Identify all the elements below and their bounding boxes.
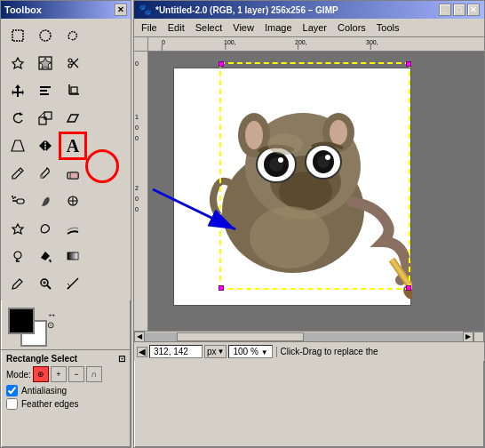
mode-replace-button[interactable]: ⊕ [33,366,49,382]
status-message: Click-Drag to replace the [281,347,481,356]
tool-perspective[interactable] [4,132,31,159]
antialiasing-label: Antialiasing [21,386,67,396]
unit-selector[interactable]: px ▼ [204,345,227,358]
svg-point-71 [267,133,303,155]
tool-smudge[interactable] [60,215,86,242]
selection-handle-tr[interactable] [406,61,411,67]
svg-marker-24 [46,140,52,151]
close-button[interactable]: ✕ [467,4,480,16]
gimp-main-window: 🐾 *Untitled-2.0 (RGB, 1 layer) 256x256 –… [133,0,485,448]
unit-dropdown-arrow[interactable]: ▼ [218,348,225,356]
svg-rect-11 [40,86,51,88]
tool-align[interactable] [32,77,59,104]
swap-colors-button[interactable]: ↔ [47,309,57,320]
tool-fuzzy-select[interactable] [4,50,31,76]
tool-clone[interactable] [60,188,86,214]
coord-value: 312, 142 [154,347,188,356]
toolbox-close-button[interactable]: ✕ [115,4,127,16]
svg-rect-13 [40,93,49,95]
tool-shear[interactable] [60,105,86,132]
tool-flip[interactable] [32,132,59,159]
tool-airbrush[interactable] [4,188,31,214]
menu-view[interactable]: View [227,20,259,35]
tool-dodge[interactable] [4,243,31,269]
tool-colorpicker[interactable] [4,270,31,297]
scroll-right-button[interactable]: ▶ [463,332,473,342]
scroll-left-button[interactable]: ◀ [134,332,145,342]
tool-scale[interactable] [32,105,59,132]
menu-tools[interactable]: Tools [371,20,405,35]
mode-add-button[interactable]: + [51,366,67,382]
svg-marker-21 [68,115,78,122]
menu-file[interactable]: File [136,20,163,35]
tool-scissors[interactable] [60,50,86,76]
tool-pencil[interactable] [4,160,31,187]
tool-grid: A [1,19,131,300]
mode-row: Mode: ⊕ + − ∩ [6,366,125,382]
tool-paintbrush[interactable] [32,160,59,187]
feather-checkbox[interactable] [6,398,18,410]
svg-line-49 [68,286,70,289]
svg-rect-42 [68,252,78,260]
menu-image[interactable]: Image [259,20,298,35]
svg-marker-22 [12,140,24,151]
antialiasing-row: Antialiasing [6,385,125,396]
menu-edit[interactable]: Edit [163,20,190,35]
canvas-nav-button[interactable]: ◀ [137,347,147,357]
tool-color-select[interactable] [32,50,59,76]
mode-subtract-button[interactable]: − [68,366,84,382]
tool-crop[interactable] [60,77,86,104]
zoom-display: 100 % ▼ [228,345,272,358]
mode-label: Mode: [6,370,31,380]
scroll-thumb-h[interactable] [177,332,304,341]
tool-rect-select[interactable] [4,22,31,49]
tool-text[interactable]: A [60,132,86,159]
tool-ink[interactable] [32,188,59,214]
svg-rect-16 [71,87,77,93]
svg-rect-19 [44,112,52,119]
svg-point-34 [12,196,13,197]
gimp-window-title: *Untitled-2.0 (RGB, 1 layer) 256x256 – G… [155,5,338,15]
scroll-track-h[interactable] [145,332,463,341]
antialiasing-checkbox[interactable] [6,385,18,396]
menu-layer[interactable]: Layer [298,20,333,35]
svg-line-20 [39,112,44,117]
tool-rotate[interactable] [4,105,31,132]
svg-point-60 [330,120,347,145]
mode-intersect-button[interactable]: ∩ [86,366,102,382]
tool-measure[interactable] [60,270,86,297]
reset-colors-button[interactable]: ⊙ [47,320,54,330]
svg-rect-18 [39,117,46,124]
ruler-horizontal: 0 100, 200, 300, [148,37,484,52]
tool-magnify[interactable] [32,270,59,297]
svg-point-70 [325,155,330,160]
svg-line-43 [20,279,22,282]
tool-options-icon: ⊡ [118,354,125,364]
gimp-logo-icon: 🐾 [139,4,152,16]
feather-label: Feather edges [21,399,79,409]
svg-point-27 [40,175,44,179]
tool-blur[interactable] [32,215,59,242]
zoom-dropdown-arrow[interactable]: ▼ [261,348,268,356]
tool-lasso[interactable] [60,22,86,49]
tool-heal[interactable] [4,215,31,242]
maximize-button[interactable]: □ [453,4,465,16]
image-canvas[interactable] [173,68,411,306]
tool-eraser[interactable] [60,160,86,187]
svg-line-50 [68,284,70,286]
tool-ellipse-select[interactable] [32,22,59,49]
tool-fill[interactable] [32,243,59,269]
toolbox-window: Toolbox ✕ [0,0,131,448]
tool-blend[interactable] [60,243,86,269]
foreground-color-swatch[interactable] [8,308,35,334]
menu-select[interactable]: Select [190,20,228,35]
menu-colors[interactable]: Colors [332,20,371,35]
svg-point-6 [68,59,72,62]
gimp-mascot-image [174,68,412,307]
selection-handle-tl[interactable] [219,61,224,67]
canvas-viewport[interactable] [148,52,484,331]
minimize-button[interactable]: _ [439,4,451,16]
svg-rect-12 [40,90,47,92]
svg-marker-10 [12,84,24,97]
tool-move[interactable] [4,77,31,104]
